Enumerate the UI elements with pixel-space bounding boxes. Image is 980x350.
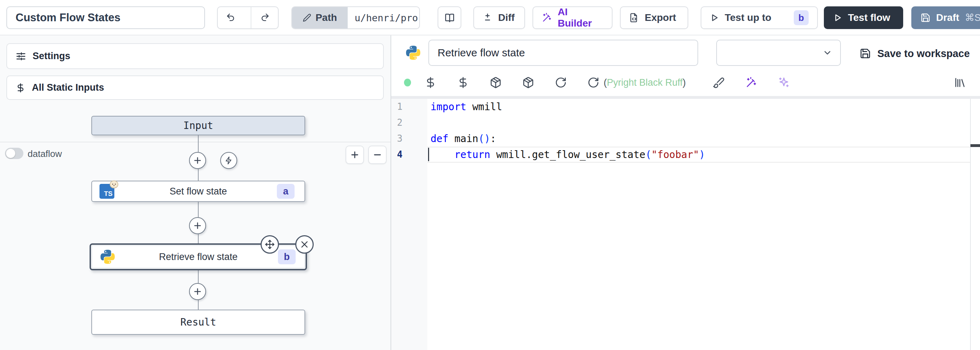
add-step-button[interactable]: [189, 283, 206, 300]
library-icon[interactable]: [954, 77, 966, 89]
add-trigger-button[interactable]: [220, 152, 237, 169]
add-step-button[interactable]: [189, 152, 206, 169]
line-number: 2: [391, 115, 402, 131]
flow-title-input[interactable]: [6, 6, 205, 29]
chevron-down-icon: [822, 48, 832, 58]
save-icon: [921, 13, 931, 23]
test-flow-button[interactable]: Test flow: [824, 6, 903, 29]
save-to-workspace-label: Save to workspace: [877, 48, 970, 59]
undo-icon: [226, 13, 236, 23]
edge-plus-retrieve: [198, 234, 199, 243]
undo-button[interactable]: [218, 7, 245, 28]
bolt-icon: [224, 156, 233, 165]
close-icon: [300, 240, 309, 249]
code-assistants-status[interactable]: (Pyright Black Ruff): [604, 77, 686, 88]
play-icon: [710, 13, 719, 22]
book-open-icon: [444, 13, 455, 23]
node-set-flow-state-label: Set flow state: [92, 186, 304, 197]
zoom-in-button[interactable]: [345, 145, 364, 164]
plus-icon: [193, 287, 202, 296]
diff-button[interactable]: Diff: [473, 6, 525, 29]
add-step-button[interactable]: [189, 217, 206, 234]
left-panel-divider: [0, 142, 390, 142]
arrows-move-icon: [265, 240, 275, 249]
settings-card[interactable]: Settings: [6, 43, 384, 69]
minus-icon: [372, 150, 382, 160]
node-result-label: Result: [92, 316, 304, 328]
code-line[interactable]: return wmill.get_flow_user_state("foobar…: [431, 147, 705, 163]
edge-set-plus: [198, 202, 199, 217]
save-to-workspace-button[interactable]: Save to workspace: [860, 44, 970, 63]
node-result[interactable]: Result: [91, 310, 305, 335]
settings-label: Settings: [33, 51, 70, 62]
node-set-flow-state[interactable]: TS Set flow state a: [91, 181, 305, 202]
lsp-status-dot: [404, 78, 411, 86]
edge-input-plus: [198, 135, 199, 152]
draft-save-button[interactable]: Draft ⌘S: [911, 6, 980, 29]
test-up-to-button[interactable]: Test up to b: [701, 6, 818, 29]
plus-icon: [193, 221, 202, 230]
all-static-inputs-card[interactable]: All Static Inputs: [6, 75, 384, 100]
edge-plus-set: [198, 169, 199, 181]
dollar-icon[interactable]: [457, 77, 469, 89]
node-retrieve-flow-state-label: Retrieve flow state: [91, 251, 305, 262]
path-edit-segment[interactable]: Path: [292, 7, 348, 28]
dataflow-toggle[interactable]: [5, 148, 23, 159]
ai-builder-button[interactable]: AI Builder: [533, 6, 612, 29]
text-cursor: [428, 148, 429, 161]
python-icon: [405, 45, 421, 61]
step-name-input[interactable]: [428, 40, 698, 66]
node-set-flow-state-badge: a: [277, 184, 294, 199]
node-input[interactable]: Input: [91, 116, 305, 135]
package-icon[interactable]: [490, 77, 502, 89]
code-line[interactable]: import wmill: [431, 99, 502, 115]
file-code-icon: [629, 13, 639, 23]
draft-label: Draft: [936, 12, 959, 23]
sliders-icon: [16, 51, 26, 62]
draft-shortcut: ⌘S: [965, 12, 980, 23]
dollar-icon[interactable]: [425, 77, 436, 89]
delete-step-button[interactable]: [295, 235, 314, 254]
node-input-label: Input: [92, 120, 304, 131]
assistants-paren: ): [682, 77, 686, 88]
all-static-inputs-label: All Static Inputs: [32, 82, 104, 93]
save-icon: [860, 48, 871, 59]
test-flow-label: Test flow: [848, 12, 890, 23]
dollar-icon: [16, 83, 25, 93]
overview-ruler-cursor-mark: [970, 144, 980, 147]
code-line[interactable]: def main():: [431, 131, 496, 147]
ai-wand-icon[interactable]: [745, 77, 757, 89]
node-retrieve-flow-state-badge: b: [278, 249, 296, 264]
format-brush-icon[interactable]: [713, 77, 725, 89]
pencil-icon: [303, 13, 311, 22]
path-value[interactable]: u/henri/pro: [353, 7, 419, 28]
assistants-names: Pyright Black Ruff: [607, 77, 682, 88]
line-number: 1: [391, 99, 402, 115]
path-button[interactable]: Path u/henri/pro: [291, 6, 420, 29]
editor-overview-ruler-border: [970, 99, 971, 350]
export-label: Export: [645, 12, 676, 23]
reload-icon[interactable]: [555, 77, 567, 89]
test-up-to-step-badge: b: [794, 10, 809, 25]
ai-sparkles-icon[interactable]: [778, 77, 790, 89]
export-button[interactable]: Export: [620, 6, 688, 29]
zoom-out-button[interactable]: [368, 145, 387, 164]
docs-button[interactable]: [438, 6, 461, 29]
test-up-to-label: Test up to: [725, 12, 772, 23]
top-toolbar: Path u/henri/pro Diff AI Builder Export …: [0, 0, 980, 35]
diff-icon: [482, 13, 493, 23]
wand-sparkles-icon: [542, 13, 552, 23]
edge-retrieve-plus: [198, 270, 199, 283]
line-number-active: 4: [391, 147, 402, 163]
undo-redo-group: [217, 6, 278, 29]
path-label: Path: [315, 12, 337, 23]
redo-button[interactable]: [251, 7, 278, 28]
line-number: 3: [391, 131, 402, 147]
move-step-handle[interactable]: [261, 235, 279, 254]
redo-icon: [259, 13, 269, 23]
dataflow-label: dataflow: [28, 149, 62, 160]
script-version-dropdown[interactable]: [716, 40, 841, 66]
reload-icon[interactable]: [587, 77, 600, 89]
edge-plus-result: [198, 300, 199, 310]
package-icon[interactable]: [522, 77, 534, 89]
